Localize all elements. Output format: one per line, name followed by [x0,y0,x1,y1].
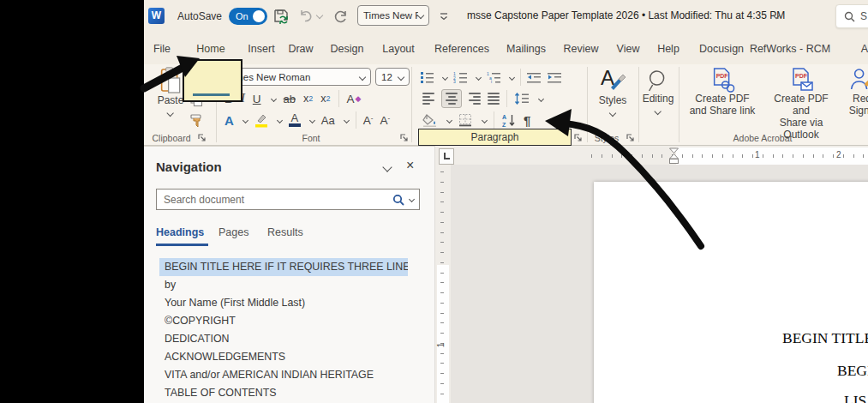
request-signatures-label-2: Signa [849,105,868,117]
quick-font-selector[interactable]: Times New Rc [357,5,429,26]
font-dialog-launcher-icon[interactable] [399,133,410,143]
tab-draw[interactable]: Draw [288,43,313,55]
change-case-button[interactable]: Aa [321,114,335,127]
group-separator [587,67,588,142]
tab-mailings[interactable]: Mailings [506,43,546,55]
nav-tab-headings[interactable]: Headings [156,226,204,238]
tab-insert[interactable]: Insert [248,43,274,55]
align-left-button[interactable] [422,93,434,105]
navigation-search-chevron-icon[interactable] [409,196,415,202]
grow-font-button[interactable]: Aˆ [363,114,374,127]
underline-chevron-icon[interactable] [271,95,277,101]
superscript-button[interactable]: x2 [320,93,330,105]
nav-heading-item[interactable]: VITA and/or AMERICAN INDIAN HERITAGE [159,366,408,384]
nav-heading-item[interactable]: DEDICATION [159,330,408,348]
paragraph-dialog-launcher-icon[interactable] [573,133,584,143]
tab-refworks[interactable]: RefWorks - RCM [750,43,830,55]
clear-formatting-button[interactable]: A◆ [347,93,362,105]
show-formatting-marks-button[interactable]: ¶ [524,113,530,128]
numbering-button[interactable]: 1 2 3 [453,71,468,83]
tab-references[interactable]: References [434,43,489,55]
svg-text:i: i [491,79,492,83]
multilevel-list-button[interactable]: 1 a i [487,71,501,83]
bullets-chevron-icon[interactable] [442,74,448,80]
tab-acrobat[interactable]: A [861,43,868,55]
tab-design[interactable]: Design [331,43,364,55]
nav-heading-item[interactable]: Your Name (First Middle Last) [159,294,408,312]
text-effects-button[interactable]: A [224,113,234,128]
decrease-indent-button[interactable] [527,72,542,83]
tab-review[interactable]: Review [564,43,599,55]
request-signatures-button[interactable]: Req Signa [849,67,868,117]
clipboard-dialog-launcher-icon[interactable] [197,133,207,143]
text-effects-chevron-icon[interactable] [242,117,248,123]
align-right-button[interactable] [469,93,481,105]
numbering-chevron-icon[interactable] [476,74,482,80]
nav-heading-item[interactable]: ACKNOWLEDGEMENTS [159,348,408,366]
font-size-selector[interactable]: 12 [375,68,410,86]
tab-view[interactable]: View [617,43,640,55]
line-spacing-chevron-icon[interactable] [538,95,544,101]
paste-button[interactable]: Paste [158,67,184,118]
autosave-toggle[interactable]: On [229,8,267,25]
tab-layout[interactable]: Layout [382,43,415,55]
document-page[interactable]: BEGIN TITLE BEGI LIS [594,182,868,403]
vertical-ruler[interactable]: 1 [435,165,451,403]
save-icon[interactable] [272,8,290,25]
change-case-chevron-icon[interactable] [344,117,350,123]
sort-button[interactable]: A Z [501,113,517,128]
create-pdf-share-outlook-button[interactable]: PDF Create PDF and Share via Outlook [768,67,835,141]
nav-heading-item[interactable]: TABLE OF CONTENTS [159,384,408,402]
editing-button[interactable]: Editing [643,69,674,117]
document-title[interactable]: msse Capstone Paper Template 2026 • Last… [467,9,785,21]
indent-marker-icon[interactable] [668,147,679,165]
word-logo-icon[interactable]: W [148,8,165,24]
nav-heading-item[interactable]: ©COPYRIGHT [159,312,408,330]
redo-icon[interactable] [332,9,348,24]
navigation-search-input[interactable] [164,194,387,206]
justify-button[interactable] [488,93,500,105]
navigation-pane-chevron-icon[interactable] [382,162,392,171]
highlight-chevron-icon[interactable] [277,117,283,123]
tab-stop-selector[interactable] [439,148,454,165]
align-center-button[interactable] [441,89,462,108]
tab-docusign[interactable]: Docusign [699,43,744,55]
styles-dialog-launcher-icon[interactable] [626,133,636,143]
font-name-selector[interactable]: Times New Roman [221,68,371,86]
shading-chevron-icon[interactable] [446,117,452,123]
subscript-button[interactable]: x2 [303,93,313,105]
highlight-button[interactable] [254,113,268,128]
format-painter-button[interactable] [189,113,205,128]
bullets-button[interactable] [420,71,434,83]
nav-heading-item[interactable]: BEGIN TITLE HERE IF IT REQUIRES THREE LI… [159,258,408,276]
nav-tab-pages[interactable]: Pages [218,226,248,238]
increase-indent-button[interactable] [548,72,562,83]
styles-button[interactable]: A Styles [598,69,627,118]
font-color-button[interactable]: A [289,113,301,127]
tab-home[interactable]: Home [196,43,224,55]
nav-tab-results[interactable]: Results [267,226,303,238]
underline-button[interactable]: U [253,93,261,105]
horizontal-ruler[interactable]: 1 2 [454,147,868,165]
navigation-pane-close-icon[interactable]: × [406,158,414,173]
nav-heading-item[interactable]: by [159,276,408,294]
tab-help[interactable]: Help [657,43,679,55]
tab-file[interactable]: File [153,43,171,55]
undo-icon[interactable] [298,9,314,24]
shrink-font-button[interactable]: Aˇ [380,114,390,127]
line-spacing-button[interactable] [514,93,530,105]
navigation-search-icon[interactable] [392,194,404,206]
bullet-list-icon [420,71,434,83]
shading-button[interactable] [422,113,438,127]
borders-button[interactable] [458,113,473,127]
undo-chevron-icon[interactable] [316,12,323,19]
font-group-label: Font [302,133,320,143]
multilevel-chevron-icon[interactable] [509,74,515,80]
strikethrough-button[interactable]: ab [284,93,296,105]
navigation-search-box[interactable] [156,189,420,210]
create-pdf-share-link-button[interactable]: PDF Create PDF and Share link [690,67,756,117]
font-color-chevron-icon[interactable] [309,117,315,123]
customize-toolbar-icon[interactable] [439,11,449,21]
titlebar-search-box[interactable]: S [835,4,868,28]
borders-chevron-icon[interactable] [482,117,488,123]
